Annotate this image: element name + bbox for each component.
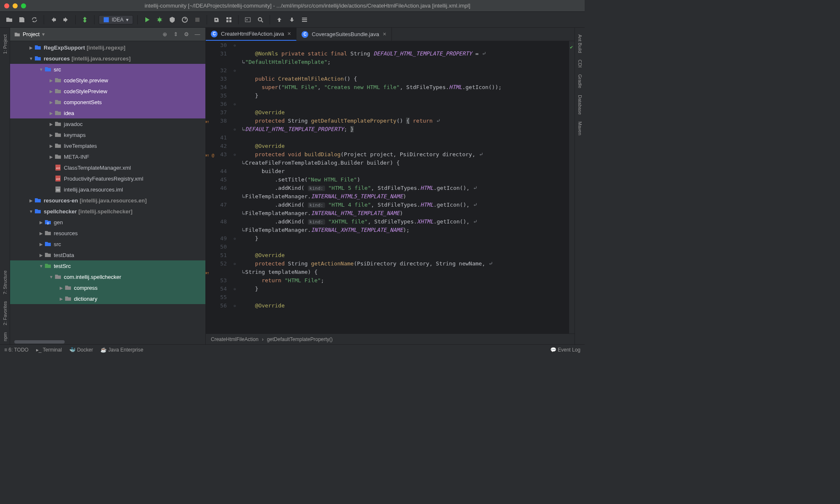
breadcrumb-item[interactable]: getDefaultTemplateProperty() [267,336,333,342]
tree-row[interactable]: ▼testSrc [10,260,205,271]
tree-arrow-icon[interactable]: ▶ [38,231,45,236]
close-tab-icon[interactable]: ✕ [287,31,291,37]
tree-row[interactable]: ▶src [10,239,205,249]
tree-row[interactable]: ▶compress [10,282,205,293]
stripe-project[interactable]: 1: Project [0,31,10,57]
tree-arrow-icon[interactable]: ▶ [48,100,55,105]
open-icon[interactable] [4,15,14,25]
vcs-history-icon[interactable] [299,15,310,25]
tree-arrow-icon[interactable]: ▶ [48,111,55,116]
tree-row[interactable]: ▼com.intellij.spellchecker [10,271,205,282]
tree-row[interactable]: ▶idea [10,108,205,118]
tree-arrow-icon[interactable]: ▶ [38,220,45,225]
back-icon[interactable] [48,15,58,25]
expand-icon[interactable]: ⇕ [172,31,179,37]
tree-arrow-icon[interactable]: ▶ [28,198,34,203]
stripe-ant[interactable]: Ant Build [575,31,585,56]
run-configuration-selector[interactable]: IDEA ▾ [99,15,133,24]
status-docker[interactable]: 🐳 Docker [69,347,93,353]
tree-row[interactable]: imlintellij.java.resources.iml [10,184,205,195]
stripe-npm[interactable]: npm [0,329,10,344]
tree-arrow-icon[interactable]: ▶ [48,89,55,94]
tree-arrow-icon[interactable]: ▼ [48,275,55,279]
tree-row[interactable]: ▶dictionary [10,293,205,304]
error-stripe[interactable]: ✔ [569,41,575,333]
tree-arrow-icon[interactable]: ▶ [48,122,55,126]
tree-row[interactable]: xmlClassTemplateManager.xml [10,162,205,173]
stripe-maven[interactable]: Maven [575,118,585,139]
status-eventlog[interactable]: 💬 Event Log [550,347,580,353]
project-tree[interactable]: ▶RegExpSupport[intellij.regexp]▼resource… [10,41,205,339]
tree-arrow-icon[interactable]: ▼ [28,56,34,61]
search-icon[interactable] [255,15,265,25]
tree-row[interactable]: ▶liveTemplates [10,140,205,151]
breadcrumb-item[interactable]: CreateHtmlFileAction [211,336,258,342]
stripe-favorites[interactable]: 2: Favorites [0,298,10,328]
vcs-update-icon[interactable] [274,15,284,25]
tree-row[interactable]: ▶RegExpSupport[intellij.regexp] [10,42,205,53]
close-window-button[interactable] [4,3,9,8]
build-icon[interactable] [80,15,90,25]
save-all-icon[interactable] [17,15,27,25]
tree-row[interactable]: ▶codeStylePreview [10,86,205,97]
locate-icon[interactable]: ⊕ [161,31,168,37]
stripe-gradle[interactable]: Gradle [575,71,585,92]
line-gutter[interactable]: 303132333435363738●↑414243●↑ @4445464748… [206,41,231,333]
tree-arrow-icon[interactable]: ▼ [38,67,45,72]
fold-gutter[interactable]: ⊖⊖⊖⊖⊖⊖⊖⊖⊖ [231,41,239,333]
tree-arrow-icon[interactable]: ▶ [48,144,55,148]
tree-row[interactable]: ▶META-INF [10,151,205,162]
maximize-window-button[interactable] [21,3,26,8]
stop-icon[interactable] [192,15,202,25]
tree-arrow-icon[interactable]: ▶ [58,297,65,301]
run-icon[interactable] [142,15,152,25]
project-structure-icon[interactable] [224,15,234,25]
tree-arrow-icon[interactable]: ▶ [58,286,65,290]
stripe-database[interactable]: Database [575,92,585,118]
settings-icon[interactable] [211,15,221,25]
project-panel-title[interactable]: Project ▾ [14,31,158,37]
tree-row[interactable]: xmlProductivityFeaturesRegistry.xml [10,173,205,184]
hide-icon[interactable]: — [194,31,201,37]
horizontal-scrollbar[interactable] [10,339,205,344]
tree-module: [intellij.regexp] [87,45,125,51]
tree-row[interactable]: ▶testData [10,249,205,260]
debug-icon[interactable] [155,15,165,25]
profile-icon[interactable] [180,15,190,25]
tree-arrow-icon[interactable]: ▼ [28,209,34,214]
editor-body[interactable]: 303132333435363738●↑414243●↑ @4445464748… [206,41,575,333]
run-anything-icon[interactable] [243,15,253,25]
status-todo[interactable]: ≡ 6: TODO [4,347,29,353]
tree-arrow-icon[interactable]: ▶ [48,78,55,83]
tree-row[interactable]: ▶componentSets [10,97,205,108]
minimize-window-button[interactable] [13,3,18,8]
tree-row[interactable]: ▼resources[intellij.java.resources] [10,53,205,64]
tree-row[interactable]: ▶resources-en[intellij.java.resources.en… [10,195,205,206]
editor-tab[interactable]: CCreateHtmlFileAction.java✕ [206,28,297,41]
status-terminal[interactable]: ▸_ Terminal [36,347,62,353]
stripe-cdi[interactable]: CDI [575,56,585,71]
vcs-commit-icon[interactable] [287,15,297,25]
forward-icon[interactable] [61,15,71,25]
tree-row[interactable]: ▶keymaps [10,129,205,140]
editor-tab[interactable]: CCoverageSuitesBundle.java✕ [297,28,391,41]
tree-row[interactable]: ▼src [10,64,205,75]
tree-row[interactable]: ▶javadoc [10,118,205,129]
gear-icon[interactable]: ⚙ [183,31,190,37]
status-enterprise[interactable]: ☕ Java Enterprise [100,347,143,353]
tree-row[interactable]: ▶resources [10,228,205,239]
tree-arrow-icon[interactable]: ▶ [48,133,55,137]
tree-arrow-icon[interactable]: ▼ [38,264,45,268]
tree-row[interactable]: ▶codeStyle.preview [10,75,205,86]
code-content[interactable]: @NonNls private static final String DEFA… [239,41,569,333]
stripe-structure[interactable]: 7: Structure [0,267,10,298]
close-tab-icon[interactable]: ✕ [383,32,386,37]
tree-arrow-icon[interactable]: ▶ [38,253,45,257]
tree-row[interactable]: ▼spellchecker[intellij.spellchecker] [10,206,205,217]
sync-icon[interactable] [29,15,39,25]
tree-arrow-icon[interactable]: ▶ [48,155,55,159]
coverage-icon[interactable] [167,15,177,25]
tree-arrow-icon[interactable]: ▶ [28,45,34,50]
tree-arrow-icon[interactable]: ▶ [38,242,45,247]
tree-row[interactable]: ▶ggen [10,217,205,228]
